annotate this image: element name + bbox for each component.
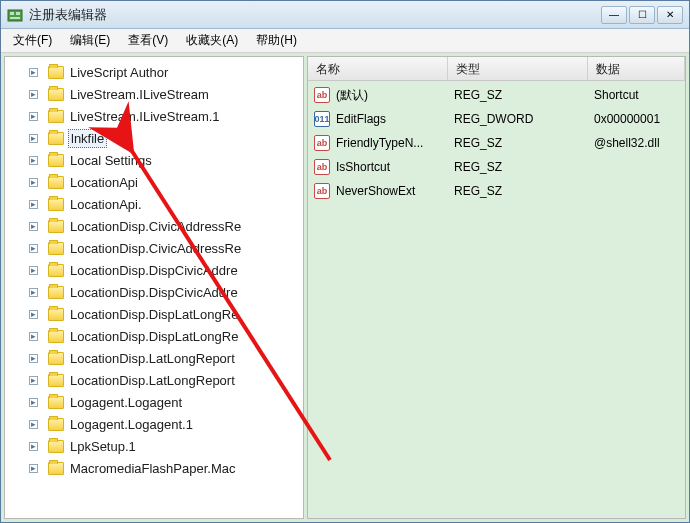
tree-item[interactable]: ▸MacromediaFlashPaper.Mac: [5, 457, 303, 479]
folder-icon: [48, 264, 64, 277]
menu-file[interactable]: 文件(F): [5, 29, 60, 52]
tree-item[interactable]: ▸LocationDisp.CivicAddressRe: [5, 215, 303, 237]
app-icon: [7, 7, 23, 23]
registry-tree: ▸LiveScript Author▸LiveStream.ILiveStrea…: [5, 57, 303, 483]
tree-item[interactable]: ▸Local Settings: [5, 149, 303, 171]
svg-rect-2: [16, 12, 20, 15]
svg-rect-1: [10, 12, 14, 15]
header-data[interactable]: 数据: [588, 57, 685, 80]
menu-view[interactable]: 查看(V): [120, 29, 176, 52]
value-data: @shell32.dll: [594, 136, 685, 150]
tree-item[interactable]: ▸LocationDisp.LatLongReport: [5, 369, 303, 391]
tree-item[interactable]: ▸LiveStream.ILiveStream.1: [5, 105, 303, 127]
expand-icon[interactable]: ▸: [29, 288, 38, 297]
folder-icon: [48, 440, 64, 453]
expand-icon[interactable]: ▸: [29, 90, 38, 99]
tree-item[interactable]: ▸Logagent.Logagent.1: [5, 413, 303, 435]
value-row[interactable]: abIsShortcutREG_SZ: [308, 155, 685, 179]
expand-icon[interactable]: ▸: [29, 134, 38, 143]
folder-icon: [48, 132, 64, 145]
tree-item[interactable]: ▸LocationDisp.DispCivicAddre: [5, 259, 303, 281]
tree-item[interactable]: ▸LocationApi.: [5, 193, 303, 215]
expand-icon[interactable]: ▸: [29, 112, 38, 121]
expand-icon[interactable]: ▸: [29, 354, 38, 363]
tree-item[interactable]: ▸LocationDisp.CivicAddressRe: [5, 237, 303, 259]
expand-icon[interactable]: ▸: [29, 266, 38, 275]
menu-help[interactable]: 帮助(H): [248, 29, 305, 52]
tree-item[interactable]: ▸LocationDisp.DispCivicAddre: [5, 281, 303, 303]
value-data: Shortcut: [594, 88, 685, 102]
expand-icon[interactable]: ▸: [29, 68, 38, 77]
expand-icon[interactable]: ▸: [29, 156, 38, 165]
expand-icon[interactable]: ▸: [29, 200, 38, 209]
tree-item-label: LiveStream.ILiveStream: [68, 86, 211, 103]
expand-icon[interactable]: ▸: [29, 310, 38, 319]
expand-icon[interactable]: ▸: [29, 442, 38, 451]
folder-icon: [48, 396, 64, 409]
expand-icon[interactable]: ▸: [29, 332, 38, 341]
tree-item-label: lnkfile: [68, 129, 107, 148]
tree-item[interactable]: ▸lnkfile: [5, 127, 303, 149]
tree-item-label: LocationDisp.DispLatLongRe: [68, 328, 240, 345]
tree-item-label: LpkSetup.1: [68, 438, 138, 455]
folder-icon: [48, 462, 64, 475]
string-value-icon: ab: [314, 183, 330, 199]
folder-icon: [48, 66, 64, 79]
menu-favorites[interactable]: 收藏夹(A): [178, 29, 246, 52]
tree-item[interactable]: ▸LocationDisp.DispLatLongRe: [5, 325, 303, 347]
tree-item-label: LocationDisp.LatLongReport: [68, 372, 237, 389]
expand-icon[interactable]: ▸: [29, 464, 38, 473]
titlebar[interactable]: 注册表编辑器 — ☐ ✕: [1, 1, 689, 29]
tree-item[interactable]: ▸Logagent.Logagent: [5, 391, 303, 413]
value-type: REG_DWORD: [454, 112, 594, 126]
string-value-icon: ab: [314, 135, 330, 151]
value-row[interactable]: ab(默认)REG_SZShortcut: [308, 83, 685, 107]
tree-item[interactable]: ▸LiveScript Author: [5, 61, 303, 83]
value-row[interactable]: abNeverShowExtREG_SZ: [308, 179, 685, 203]
string-value-icon: ab: [314, 87, 330, 103]
folder-icon: [48, 176, 64, 189]
value-row[interactable]: abFriendlyTypeN...REG_SZ@shell32.dll: [308, 131, 685, 155]
tree-item-label: LiveScript Author: [68, 64, 170, 81]
expand-icon[interactable]: ▸: [29, 178, 38, 187]
value-type: REG_SZ: [454, 160, 594, 174]
tree-item-label: LocationDisp.LatLongReport: [68, 350, 237, 367]
list-header: 名称 类型 数据: [308, 57, 685, 81]
expand-icon[interactable]: ▸: [29, 376, 38, 385]
tree-pane[interactable]: ▸LiveScript Author▸LiveStream.ILiveStrea…: [4, 56, 304, 519]
value-name: (默认): [336, 87, 454, 104]
expand-icon[interactable]: ▸: [29, 420, 38, 429]
tree-item-label: LocationApi.: [68, 196, 144, 213]
folder-icon: [48, 154, 64, 167]
header-type[interactable]: 类型: [448, 57, 588, 80]
maximize-button[interactable]: ☐: [629, 6, 655, 24]
window-title: 注册表编辑器: [29, 6, 601, 24]
folder-icon: [48, 110, 64, 123]
list-body: ab(默认)REG_SZShortcut011EditFlagsREG_DWOR…: [308, 81, 685, 205]
tree-item[interactable]: ▸LocationDisp.LatLongReport: [5, 347, 303, 369]
minimize-button[interactable]: —: [601, 6, 627, 24]
expand-icon[interactable]: ▸: [29, 222, 38, 231]
close-button[interactable]: ✕: [657, 6, 683, 24]
tree-item[interactable]: ▸LiveStream.ILiveStream: [5, 83, 303, 105]
value-name: EditFlags: [336, 112, 454, 126]
tree-item[interactable]: ▸LocationApi: [5, 171, 303, 193]
menubar: 文件(F) 编辑(E) 查看(V) 收藏夹(A) 帮助(H): [1, 29, 689, 53]
tree-item-label: LocationDisp.DispCivicAddre: [68, 284, 240, 301]
value-name: IsShortcut: [336, 160, 454, 174]
menu-edit[interactable]: 编辑(E): [62, 29, 118, 52]
tree-item-label: Logagent.Logagent: [68, 394, 184, 411]
values-pane[interactable]: 名称 类型 数据 ab(默认)REG_SZShortcut011EditFlag…: [307, 56, 686, 519]
tree-item[interactable]: ▸LpkSetup.1: [5, 435, 303, 457]
value-row[interactable]: 011EditFlagsREG_DWORD0x00000001: [308, 107, 685, 131]
folder-icon: [48, 88, 64, 101]
tree-item[interactable]: ▸LocationDisp.DispLatLongRe: [5, 303, 303, 325]
tree-item-label: LocationDisp.DispLatLongRe: [68, 306, 240, 323]
header-name[interactable]: 名称: [308, 57, 448, 80]
value-name: NeverShowExt: [336, 184, 454, 198]
window-controls: — ☐ ✕: [601, 6, 683, 24]
value-name: FriendlyTypeN...: [336, 136, 454, 150]
client-area: ▸LiveScript Author▸LiveStream.ILiveStrea…: [1, 53, 689, 522]
expand-icon[interactable]: ▸: [29, 398, 38, 407]
expand-icon[interactable]: ▸: [29, 244, 38, 253]
